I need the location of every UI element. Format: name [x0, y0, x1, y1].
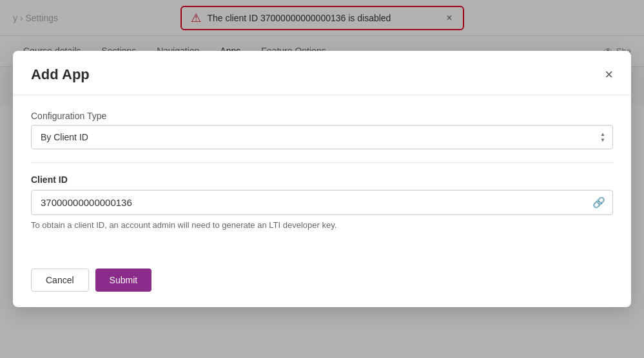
modal-body: Configuration Type By Client ID By URL P…: [13, 95, 631, 258]
client-id-group: Client ID 🔗 To obtain a client ID, an ac…: [31, 174, 613, 230]
cancel-button[interactable]: Cancel: [31, 268, 89, 292]
client-id-help-text: To obtain a client ID, an account admin …: [31, 220, 613, 230]
modal-title: Add App: [31, 66, 90, 83]
background-page: y › Settings ⚠ The client ID 37000000000…: [0, 0, 644, 358]
modal-overlay: Add App × Configuration Type By Client I…: [0, 0, 644, 358]
modal-header: Add App ×: [13, 51, 631, 95]
config-type-label: Configuration Type: [31, 111, 613, 121]
config-type-group: Configuration Type By Client ID By URL P…: [31, 111, 613, 149]
modal-footer: Cancel Submit: [13, 258, 631, 307]
client-id-input[interactable]: [31, 190, 613, 215]
client-id-input-wrapper: 🔗: [31, 190, 613, 215]
divider: [31, 162, 613, 163]
add-app-modal: Add App × Configuration Type By Client I…: [13, 51, 631, 307]
config-type-select[interactable]: By Client ID By URL Paste XML Manual Ent…: [31, 125, 613, 149]
client-id-label: Client ID: [31, 174, 613, 185]
client-id-icon: 🔗: [592, 196, 605, 209]
modal-close-button[interactable]: ×: [605, 68, 613, 82]
submit-button[interactable]: Submit: [95, 268, 152, 292]
config-type-select-wrapper: By Client ID By URL Paste XML Manual Ent…: [31, 125, 613, 149]
